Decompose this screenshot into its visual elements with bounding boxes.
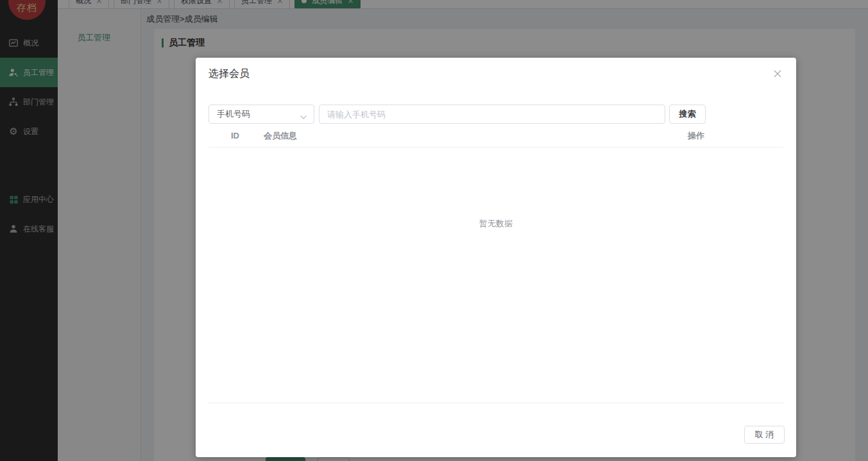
select-member-dialog: 选择会员 手机号码 搜索 ID 会员信息 操作 暂无数据 取 消 <box>196 58 796 457</box>
footer-divider <box>208 403 783 403</box>
member-search-bar: 手机号码 搜索 <box>208 105 706 124</box>
search-type-select[interactable]: 手机号码 <box>208 105 314 124</box>
column-actions: 操作 <box>688 130 704 142</box>
search-type-value: 手机号码 <box>217 108 250 120</box>
chevron-down-icon <box>300 112 307 122</box>
search-button[interactable]: 搜索 <box>669 105 706 124</box>
column-member-info: 会员信息 <box>264 130 297 142</box>
empty-state-text: 暂无数据 <box>196 218 796 230</box>
phone-search-input[interactable] <box>319 105 665 124</box>
cancel-button[interactable]: 取 消 <box>744 426 785 444</box>
dialog-title: 选择会员 <box>208 67 250 81</box>
column-id: ID <box>231 131 239 140</box>
member-table-header: ID 会员信息 操作 <box>208 124 783 147</box>
close-icon[interactable] <box>773 69 782 78</box>
